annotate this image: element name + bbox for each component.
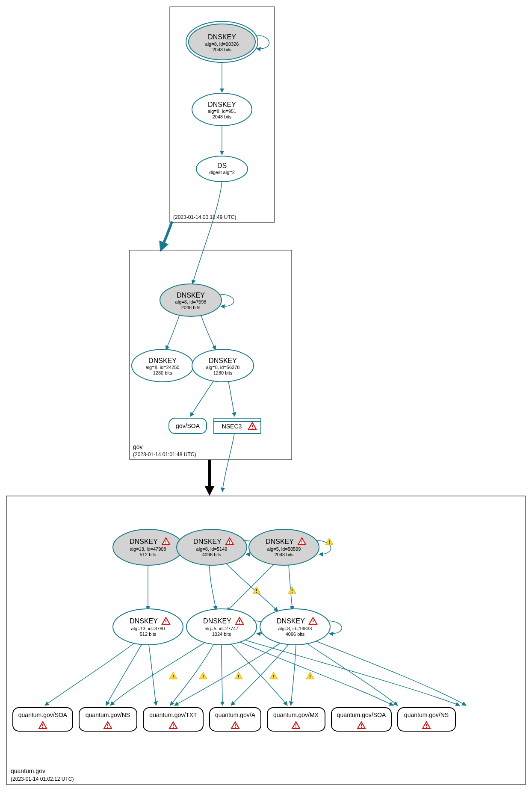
edge [166,315,180,350]
svg-text:quantum.gov/TXT: quantum.gov/TXT [149,711,197,718]
svg-text:1280 bits: 1280 bits [213,370,233,375]
warning-yellow-icon [235,672,242,679]
record-quantum-a[interactable]: quantum.gov/A [210,708,261,731]
record-quantum-ns-2[interactable]: quantum.gov/NS [398,708,455,731]
quantum-ksk-5149[interactable]: DNSKEY alg=8, id=5149 4096 bits [177,529,247,565]
svg-text:alg=8, id=951: alg=8, id=951 [208,109,236,114]
warning-yellow-icon [288,587,296,593]
warning-yellow-icon [306,672,314,679]
svg-text:DNSKEY: DNSKEY [208,33,236,41]
gov-dnskey-7698[interactable]: DNSKEY alg=8, id=7698 2048 bits [160,284,222,316]
zone-quantum: quantum.gov (2023-01-14 01:02:12 UTC) DN… [6,496,526,785]
svg-text:quantum.gov/SOA: quantum.gov/SOA [18,711,68,718]
warning-yellow-icon [270,672,278,679]
quantum-zsk-27747[interactable]: DNSKEY alg=5, id=27747 1024 bits [186,609,257,645]
zone-quantum-ts: (2023-01-14 01:02:12 UTC) [11,776,74,782]
svg-text:512 bits: 512 bits [140,552,157,557]
svg-text:DNSKEY: DNSKEY [266,538,294,545]
record-quantum-mx[interactable]: quantum.gov/MX [267,708,325,731]
edge [201,315,216,350]
svg-text:alg=8, id=7698: alg=8, id=7698 [175,299,207,304]
record-quantum-soa-1[interactable]: quantum.gov/SOA [13,708,73,731]
zone-root-ts: (2023-01-14 00:18:49 UTC) [173,214,236,220]
dnssec-diagram: . (2023-01-14 00:18:49 UTC) DNSKEY alg=8… [0,0,532,794]
svg-text:digest alg=2: digest alg=2 [209,170,235,175]
svg-text:DNSKEY: DNSKEY [277,617,305,625]
gov-nsec3[interactable]: NSEC3 [214,418,261,434]
warning-yellow-icon [325,538,333,545]
zone-gov-label: gov [133,443,143,450]
gov-dnskey-24250[interactable]: DNSKEY alg=8, id=24250 1280 bits [132,349,193,382]
svg-text:4096 bits: 4096 bits [202,552,222,557]
edge-ds-govkey [192,182,222,284]
svg-text:4096 bits: 4096 bits [286,632,305,637]
quantum-zsk-3780[interactable]: DNSKEY alg=13, id=3780 512 bits [113,609,183,645]
svg-text:2048 bits: 2048 bits [213,47,232,52]
svg-text:DNSKEY: DNSKEY [193,538,222,545]
svg-text:2048 bits: 2048 bits [213,114,232,119]
zone-gov: gov (2023-01-14 01:01:48 UTC) DNSKEY alg… [130,250,292,460]
svg-text:alg=5, id=27747: alg=5, id=27747 [205,626,239,631]
svg-text:DNSKEY: DNSKEY [203,617,231,625]
svg-text:quantum.gov/NS: quantum.gov/NS [86,711,130,718]
svg-text:alg=8, id=24250: alg=8, id=24250 [146,365,180,370]
edge [227,564,274,611]
svg-text:alg=5, id=50599: alg=5, id=50599 [267,546,301,552]
svg-text:NSEC3: NSEC3 [222,423,242,430]
edge [190,381,214,416]
svg-text:DNSKEY: DNSKEY [148,357,177,364]
svg-text:alg=8, id=16833: alg=8, id=16833 [278,626,312,631]
svg-text:1280 bits: 1280 bits [153,370,172,375]
svg-text:DNSKEY: DNSKEY [177,292,205,299]
svg-text:512 bits: 512 bits [140,632,157,637]
warning-yellow-icon [253,587,260,593]
svg-text:quantum.gov/SOA: quantum.gov/SOA [337,711,386,718]
warning-yellow-icon [199,672,207,679]
svg-text:alg=8, id=5149: alg=8, id=5149 [196,546,228,552]
root-dnskey-951[interactable]: DNSKEY alg=8, id=951 2048 bits [192,93,252,126]
svg-text:DNSKEY: DNSKEY [209,357,237,364]
root-ds[interactable]: DS digest alg=2 [196,156,248,182]
zone-gov-ts: (2023-01-14 01:01:48 UTC) [133,452,196,458]
svg-text:DNSKEY: DNSKEY [130,617,158,625]
svg-text:gov/SOA: gov/SOA [176,422,200,429]
gov-dnskey-56278[interactable]: DNSKEY alg=8, id=56278 1280 bits [192,349,254,382]
record-quantum-txt[interactable]: quantum.gov/TXT [143,708,203,731]
quantum-zsk-16833[interactable]: DNSKEY alg=8, id=16833 4096 bits [260,609,330,645]
quantum-ksk-47908[interactable]: DNSKEY alg=13, id=47908 512 bits [113,529,183,565]
svg-text:quantum.gov/A: quantum.gov/A [215,711,256,718]
svg-text:quantum.gov/MX: quantum.gov/MX [273,711,319,718]
record-quantum-ns-1[interactable]: quantum.gov/NS [79,708,137,731]
delegation-root-gov [162,221,172,248]
svg-text:alg=13, id=3780: alg=13, id=3780 [131,626,165,631]
root-dnskey-20326[interactable]: DNSKEY alg=8, id=20326 2048 bits [186,21,258,62]
warning-yellow-icon [169,672,177,679]
svg-text:2048 bits: 2048 bits [275,552,294,557]
zone-root-label: . [173,206,175,213]
edge [210,565,216,610]
svg-text:2048 bits: 2048 bits [181,305,201,310]
svg-text:1024 bits: 1024 bits [212,632,231,637]
gov-soa[interactable]: gov/SOA [169,418,207,434]
zone-quantum-label: quantum.gov [11,767,45,774]
svg-text:alg=8, id=20326: alg=8, id=20326 [205,41,239,47]
svg-text:alg=13, id=47908: alg=13, id=47908 [130,546,166,552]
edge [222,434,234,492]
record-quantum-soa-2[interactable]: quantum.gov/SOA [331,708,391,731]
svg-text:DNSKEY: DNSKEY [130,538,158,545]
svg-text:quantum.gov/NS: quantum.gov/NS [404,711,449,718]
svg-text:DS: DS [217,162,227,169]
quantum-ksk-50599[interactable]: DNSKEY alg=5, id=50599 2048 bits [249,529,319,565]
edge [228,381,235,416]
zone-root: . (2023-01-14 00:18:49 UTC) DNSKEY alg=8… [170,7,275,222]
svg-text:DNSKEY: DNSKEY [208,101,236,108]
svg-text:alg=8, id=56278: alg=8, id=56278 [206,365,240,370]
